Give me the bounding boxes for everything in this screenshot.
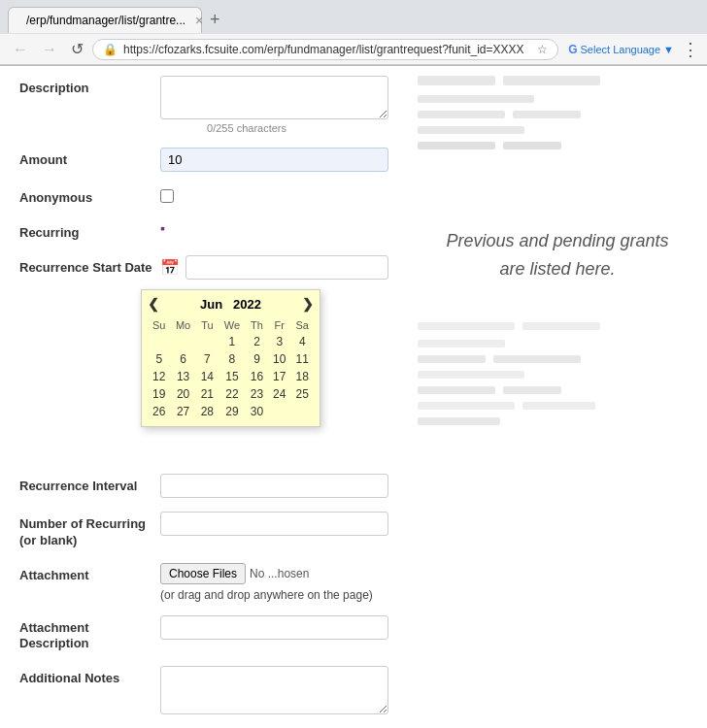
browser-chrome: /erp/fundmanager/list/grantre... × + ← →… xyxy=(0,0,707,66)
calendar-day-21[interactable]: 21 xyxy=(196,385,219,403)
calendar-day-27[interactable]: 27 xyxy=(170,403,195,420)
calendar-day-14[interactable]: 14 xyxy=(196,368,219,385)
calendar-day-9[interactable]: 9 xyxy=(246,350,268,368)
calendar-day-24[interactable]: 24 xyxy=(268,385,290,403)
recurrence-interval-control xyxy=(160,474,388,498)
cal-header-we: We xyxy=(219,317,246,333)
calendar-day-4[interactable]: 4 xyxy=(290,333,314,350)
calendar-day-7[interactable]: 7 xyxy=(196,350,219,368)
calendar-day-10[interactable]: 10 xyxy=(268,350,290,368)
choose-files-button[interactable]: Choose Files xyxy=(160,563,246,584)
recurring-control: ▪ xyxy=(160,220,388,236)
refresh-button[interactable]: ↺ xyxy=(66,38,88,60)
calendar-header: ❮ Jun 2022 ❯ xyxy=(148,296,314,312)
date-input-wrap: 📅 xyxy=(160,255,388,280)
calendar-week-0: 1234 xyxy=(148,333,314,350)
tab-bar: /erp/fundmanager/list/grantre... × + xyxy=(0,0,707,34)
amount-input[interactable]: 10 xyxy=(160,148,388,172)
browser-tab[interactable]: /erp/fundmanager/list/grantre... × xyxy=(8,7,202,33)
calendar-day-empty xyxy=(148,333,170,350)
calendar-day-23[interactable]: 23 xyxy=(246,385,268,403)
calendar-day-25[interactable]: 25 xyxy=(290,385,314,403)
calendar-day-11[interactable]: 11 xyxy=(290,350,314,368)
recurrence-interval-row: Recurrence Interval xyxy=(19,474,388,498)
number-recurring-row: Number of Recurring (or blank) xyxy=(19,512,388,549)
calendar-day-13[interactable]: 13 xyxy=(170,368,195,385)
new-tab-button[interactable]: + xyxy=(202,6,228,34)
calendar-month: Jun xyxy=(200,297,222,312)
anonymous-row: Anonymous xyxy=(19,185,388,207)
recurrence-start-date-row: Recurrence Start Date 📅 xyxy=(19,255,388,280)
recurrence-interval-label: Recurrence Interval xyxy=(19,474,160,495)
calendar-day-22[interactable]: 22 xyxy=(219,385,246,403)
calendar-week-1: 567891011 xyxy=(148,350,314,368)
address-actions: ☆ xyxy=(537,43,548,56)
blurred-content-bottom xyxy=(418,322,697,425)
calendar-day-29[interactable]: 29 xyxy=(219,403,246,420)
calendar-next-button[interactable]: ❯ xyxy=(302,296,314,312)
forward-button[interactable]: → xyxy=(37,39,62,60)
number-recurring-label: Number of Recurring (or blank) xyxy=(19,512,160,549)
calendar-day-12[interactable]: 12 xyxy=(148,368,170,385)
anonymous-checkbox[interactable] xyxy=(160,189,174,203)
calendar-body: 1234567891011121314151617181920212223242… xyxy=(148,333,314,420)
cal-header-th: Th xyxy=(246,317,268,333)
calendar-year: 2022 xyxy=(233,297,261,312)
attachment-description-control xyxy=(160,615,388,640)
translate-dropdown-icon: ▼ xyxy=(663,44,674,55)
attachment-row: Attachment Choose Files No ...hosen (or … xyxy=(19,563,388,602)
calendar-day-28[interactable]: 28 xyxy=(196,403,219,420)
calendar-day-26[interactable]: 26 xyxy=(148,403,170,420)
calendar-week-2: 12131415161718 xyxy=(148,368,314,385)
attachment-description-label: Attachment Description xyxy=(19,615,160,653)
recurrence-interval-input[interactable] xyxy=(160,474,388,498)
calendar-icon[interactable]: 📅 xyxy=(160,258,180,277)
additional-notes-label: Additional Notes xyxy=(19,666,160,687)
calendar-prev-button[interactable]: ❮ xyxy=(148,296,159,312)
calendar-day-6[interactable]: 6 xyxy=(170,350,195,368)
calendar-day-18[interactable]: 18 xyxy=(290,368,314,385)
cal-header-fr: Fr xyxy=(268,317,290,333)
anonymous-control xyxy=(160,185,388,206)
address-bar[interactable]: 🔒 https://cfozarks.fcsuite.com/erp/fundm… xyxy=(92,39,558,60)
google-translate[interactable]: G Select Language ▼ xyxy=(568,43,674,56)
calendar-day-3[interactable]: 3 xyxy=(268,333,290,350)
calendar-day-empty xyxy=(290,403,314,420)
calendar-day-30[interactable]: 30 xyxy=(246,403,268,420)
cal-header-sa: Sa xyxy=(290,317,314,333)
form-area: Description 0/255 characters Amount 10 A… xyxy=(0,66,408,728)
calendar-day-17[interactable]: 17 xyxy=(268,368,290,385)
calendar-week-3: 19202122232425 xyxy=(148,385,314,403)
attachment-label: Attachment xyxy=(19,563,160,584)
back-button[interactable]: ← xyxy=(8,39,33,60)
additional-notes-textarea[interactable] xyxy=(160,666,388,714)
number-recurring-input[interactable] xyxy=(160,512,388,536)
right-panel: Previous and pending grants are listed h… xyxy=(408,66,707,728)
recurrence-start-date-input[interactable] xyxy=(185,255,388,280)
description-textarea[interactable] xyxy=(160,76,388,119)
calendar-day-5[interactable]: 5 xyxy=(148,350,170,368)
calendar-day-20[interactable]: 20 xyxy=(170,385,195,403)
calendar-week-4: 2627282930 xyxy=(148,403,314,420)
calendar-day-2[interactable]: 2 xyxy=(246,333,268,350)
right-panel-note: Previous and pending grants are listed h… xyxy=(418,208,697,303)
bookmark-icon[interactable]: ☆ xyxy=(537,43,548,56)
calendar-day-empty xyxy=(170,333,195,350)
description-label: Description xyxy=(19,76,160,97)
calendar-month-year: Jun 2022 xyxy=(200,297,261,312)
description-control: 0/255 characters xyxy=(160,76,388,134)
tab-label: /erp/fundmanager/list/grantre... xyxy=(26,14,185,27)
description-char-count: 0/255 characters xyxy=(160,122,286,134)
cal-header-mo: Mo xyxy=(170,317,195,333)
amount-label: Amount xyxy=(19,148,160,169)
attachment-description-input[interactable] xyxy=(160,615,388,640)
browser-menu-button[interactable]: ⋮ xyxy=(682,39,699,60)
cal-header-tu: Tu xyxy=(196,317,219,333)
calendar-day-1[interactable]: 1 xyxy=(219,333,246,350)
recurring-checkbox-icon[interactable]: ▪ xyxy=(160,220,165,236)
nav-bar: ← → ↺ 🔒 https://cfozarks.fcsuite.com/erp… xyxy=(0,34,707,65)
calendar-day-15[interactable]: 15 xyxy=(219,368,246,385)
calendar-day-8[interactable]: 8 xyxy=(219,350,246,368)
calendar-day-19[interactable]: 19 xyxy=(148,385,170,403)
calendar-day-16[interactable]: 16 xyxy=(246,368,268,385)
